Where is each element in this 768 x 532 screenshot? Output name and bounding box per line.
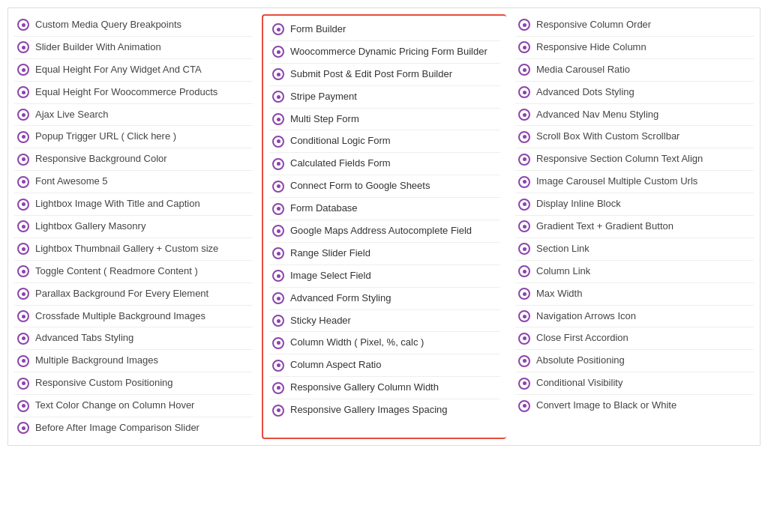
column-left: Custom Media Query BreakpointsSlider Bui… [8,14,259,439]
list-item[interactable]: Responsive Gallery Images Spacing [269,399,500,421]
circle-icon [17,131,29,143]
list-item[interactable]: Image Select Field [269,265,500,288]
list-item[interactable]: Sticky Header [269,310,500,333]
list-item[interactable]: Custom Media Query Breakpoints [14,14,253,37]
list-item[interactable]: Navigation Arrows Icon [515,306,754,328]
circle-icon [272,225,284,237]
list-item[interactable]: Parallax Background For Every Element [14,283,253,306]
item-label: Slider Builder With Animation [35,41,161,54]
item-label: Multiple Background Images [35,354,158,367]
circle-icon [518,378,530,390]
list-item[interactable]: Form Database [269,198,500,220]
item-label: Advanced Tabs Styling [35,332,134,345]
list-item[interactable]: Convert Image to Black or White [515,395,754,417]
list-item[interactable]: Lightbox Thumbnail Gallery + Custom size [14,238,253,261]
item-label: Advanced Form Styling [290,292,391,305]
list-item[interactable]: Slider Builder With Animation [14,37,253,59]
circle-icon [518,243,530,255]
circle-icon [272,270,284,282]
list-item[interactable]: Conditional Visibility [515,372,754,395]
list-item[interactable]: Multi Step Form [269,109,500,131]
circle-icon [17,265,29,277]
circle-icon [272,136,284,148]
list-item[interactable]: Advanced Tabs Styling [14,327,253,350]
circle-icon [17,422,29,434]
list-item[interactable]: Multiple Background Images [14,350,253,372]
list-item[interactable]: Responsive Hide Column [515,37,754,59]
column-right: Responsive Column OrderResponsive Hide C… [509,14,760,439]
list-item[interactable]: Woocommerce Dynamic Pricing Form Builder [269,41,500,64]
item-label: Image Carousel Multiple Custom Urls [536,175,698,188]
list-item[interactable]: Form Builder [269,19,500,41]
list-item[interactable]: Submit Post & Edit Post Form Builder [269,64,500,86]
item-label: Sticky Header [290,315,351,327]
circle-icon [518,199,530,211]
circle-icon [272,292,284,304]
list-item[interactable]: Stripe Payment [269,86,500,109]
item-label: Max Width [536,288,582,300]
list-item[interactable]: Responsive Column Order [515,14,754,37]
circle-icon [272,181,284,193]
list-item[interactable]: Responsive Section Column Text Align [515,148,754,171]
list-item[interactable]: Advanced Nav Menu Styling [515,104,754,127]
list-item[interactable]: Gradient Text + Gradient Button [515,216,754,238]
list-item[interactable]: Popup Trigger URL ( Click here ) [14,126,253,148]
list-item[interactable]: Text Color Change on Column Hover [14,395,253,417]
item-label: Multi Step Form [290,113,359,126]
item-label: Responsive Hide Column [536,41,646,54]
list-item[interactable]: Max Width [515,283,754,306]
list-item[interactable]: Responsive Gallery Column Width [269,377,500,399]
item-label: Convert Image to Black or White [536,399,676,412]
circle-icon [17,378,29,390]
circle-icon [17,288,29,300]
list-item[interactable]: Before After Image Comparison Slider [14,417,253,439]
list-item[interactable]: Column Link [515,261,754,283]
item-label: Submit Post & Edit Post Form Builder [290,68,452,81]
item-label: Conditional Logic Form [290,135,391,148]
circle-icon [17,333,29,345]
list-item[interactable]: Lightbox Gallery Masonry [14,216,253,238]
list-item[interactable]: Calculated Fields Form [269,153,500,175]
circle-icon [17,310,29,322]
list-item[interactable]: Conditional Logic Form [269,130,500,153]
item-label: Responsive Column Order [536,19,651,31]
list-item[interactable]: Range Slider Field [269,243,500,265]
item-label: Responsive Custom Positioning [35,377,173,390]
list-item[interactable]: Column Width ( Pixel, %, calc ) [269,332,500,354]
list-item[interactable]: Column Aspect Ratio [269,354,500,377]
item-label: Responsive Background Color [35,153,167,166]
circle-icon [272,382,284,394]
list-item[interactable]: Crossfade Multiple Background Images [14,306,253,328]
list-item[interactable]: Section Link [515,238,754,261]
list-item[interactable]: Close First Accordion [515,327,754,350]
circle-icon [518,131,530,143]
circle-icon [272,360,284,372]
circle-icon [272,46,284,58]
list-item[interactable]: Font Awesome 5 [14,171,253,193]
list-item[interactable]: Google Maps Address Autocomplete Field [269,220,500,243]
list-item[interactable]: Lightbox Image With Title and Caption [14,193,253,216]
list-item[interactable]: Responsive Custom Positioning [14,372,253,395]
list-item[interactable]: Advanced Dots Styling [515,82,754,104]
circle-icon [518,86,530,98]
list-item[interactable]: Absolute Positioning [515,350,754,372]
list-item[interactable]: Display Inline Block [515,193,754,216]
list-item[interactable]: Image Carousel Multiple Custom Urls [515,171,754,193]
list-item[interactable]: Equal Height For Any Widget And CTA [14,59,253,82]
list-item[interactable]: Ajax Live Search [14,104,253,127]
circle-icon [272,23,284,35]
list-item[interactable]: Connect Form to Google Sheets [269,175,500,198]
list-item[interactable]: Toggle Content ( Readmore Content ) [14,261,253,283]
list-item[interactable]: Equal Height For Woocommerce Products [14,82,253,104]
item-label: Before After Image Comparison Slider [35,422,200,435]
list-item[interactable]: Media Carousel Ratio [515,59,754,82]
list-item[interactable]: Scroll Box With Custom Scrollbar [515,126,754,148]
item-label: Responsive Gallery Column Width [290,381,439,394]
item-label: Custom Media Query Breakpoints [35,19,182,31]
list-item[interactable]: Responsive Background Color [14,148,253,171]
list-item[interactable]: Advanced Form Styling [269,288,500,310]
item-label: Absolute Positioning [536,354,625,367]
circle-icon [17,243,29,255]
circle-icon [17,154,29,166]
circle-icon [17,109,29,121]
